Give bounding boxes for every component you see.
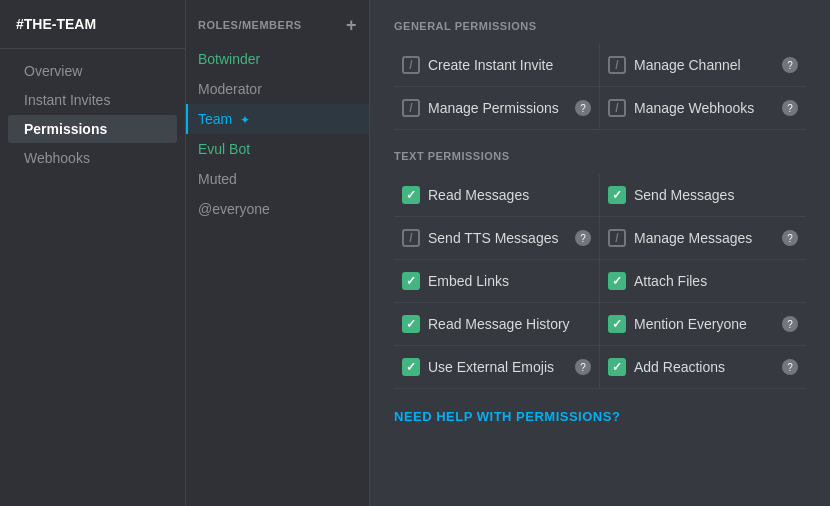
checkbox-manage-webhooks[interactable] <box>608 99 626 117</box>
perm-label-read-message-history: Read Message History <box>428 316 591 332</box>
perm-manage-messages: Manage Messages ? <box>600 217 806 260</box>
checkbox-manage-channel[interactable] <box>608 56 626 74</box>
perm-use-external-emojis: Use External Emojis ? <box>394 346 600 389</box>
help-icon-mention-everyone[interactable]: ? <box>782 316 798 332</box>
roles-header: ROLES/MEMBERS + <box>186 16 369 44</box>
role-item-everyone[interactable]: @everyone <box>186 194 369 224</box>
help-icon-send-tts-messages[interactable]: ? <box>575 230 591 246</box>
perm-label-create-instant-invite: Create Instant Invite <box>428 57 591 73</box>
perm-label-send-tts-messages: Send TTS Messages <box>428 230 569 246</box>
nav-item-instant-invites[interactable]: Instant Invites <box>8 86 177 114</box>
perm-send-messages: Send Messages <box>600 174 806 217</box>
role-item-botwinder[interactable]: Botwinder <box>186 44 369 74</box>
perm-label-mention-everyone: Mention Everyone <box>634 316 776 332</box>
text-permissions-grid: Read Messages Send Messages Send TTS Mes… <box>394 174 806 389</box>
server-name: #THE-TEAM <box>0 16 185 49</box>
checkbox-embed-links[interactable] <box>402 272 420 290</box>
perm-send-tts-messages: Send TTS Messages ? <box>394 217 600 260</box>
checkbox-send-messages[interactable] <box>608 186 626 204</box>
perm-label-embed-links: Embed Links <box>428 273 591 289</box>
perm-label-manage-messages: Manage Messages <box>634 230 776 246</box>
general-permissions-header: GENERAL PERMISSIONS <box>394 20 806 32</box>
help-icon-manage-permissions[interactable]: ? <box>575 100 591 116</box>
nav-item-webhooks[interactable]: Webhooks <box>8 144 177 172</box>
checkbox-read-message-history[interactable] <box>402 315 420 333</box>
checkbox-manage-messages[interactable] <box>608 229 626 247</box>
roles-sidebar: ROLES/MEMBERS + Botwinder Moderator Team… <box>185 0 370 506</box>
role-item-team[interactable]: Team ✦ <box>186 104 369 134</box>
checkbox-send-tts-messages[interactable] <box>402 229 420 247</box>
perm-read-message-history: Read Message History <box>394 303 600 346</box>
need-help-link[interactable]: NEED HELP WITH PERMISSIONS? <box>394 409 806 424</box>
perm-label-send-messages: Send Messages <box>634 187 798 203</box>
perm-attach-files: Attach Files <box>600 260 806 303</box>
help-icon-add-reactions[interactable]: ? <box>782 359 798 375</box>
help-icon-manage-webhooks[interactable]: ? <box>782 100 798 116</box>
left-sidebar: #THE-TEAM Overview Instant Invites Permi… <box>0 0 185 506</box>
perm-label-read-messages: Read Messages <box>428 187 591 203</box>
perm-label-manage-channel: Manage Channel <box>634 57 776 73</box>
checkbox-create-instant-invite[interactable] <box>402 56 420 74</box>
help-icon-use-external-emojis[interactable]: ? <box>575 359 591 375</box>
help-icon-manage-messages[interactable]: ? <box>782 230 798 246</box>
main-content: GENERAL PERMISSIONS Create Instant Invit… <box>370 0 830 506</box>
nav-item-permissions[interactable]: Permissions <box>8 115 177 143</box>
left-nav: Overview Instant Invites Permissions Web… <box>0 57 185 172</box>
perm-manage-channel: Manage Channel ? <box>600 44 806 87</box>
perm-embed-links: Embed Links <box>394 260 600 303</box>
checkbox-mention-everyone[interactable] <box>608 315 626 333</box>
checkbox-attach-files[interactable] <box>608 272 626 290</box>
checkbox-read-messages[interactable] <box>402 186 420 204</box>
perm-create-instant-invite: Create Instant Invite <box>394 44 600 87</box>
perm-manage-webhooks: Manage Webhooks ? <box>600 87 806 130</box>
checkbox-add-reactions[interactable] <box>608 358 626 376</box>
team-icon: ✦ <box>240 113 250 127</box>
checkbox-use-external-emojis[interactable] <box>402 358 420 376</box>
role-item-moderator[interactable]: Moderator <box>186 74 369 104</box>
perm-read-messages: Read Messages <box>394 174 600 217</box>
add-role-button[interactable]: + <box>346 16 357 34</box>
role-item-evul-bot[interactable]: Evul Bot <box>186 134 369 164</box>
perm-label-add-reactions: Add Reactions <box>634 359 776 375</box>
perm-label-use-external-emojis: Use External Emojis <box>428 359 569 375</box>
text-permissions-header: TEXT PERMISSIONS <box>394 150 806 162</box>
perm-manage-permissions: Manage Permissions ? <box>394 87 600 130</box>
perm-add-reactions: Add Reactions ? <box>600 346 806 389</box>
perm-label-manage-webhooks: Manage Webhooks <box>634 100 776 116</box>
checkbox-manage-permissions[interactable] <box>402 99 420 117</box>
perm-label-attach-files: Attach Files <box>634 273 798 289</box>
role-item-muted[interactable]: Muted <box>186 164 369 194</box>
roles-header-label: ROLES/MEMBERS <box>198 19 302 31</box>
perm-mention-everyone: Mention Everyone ? <box>600 303 806 346</box>
perm-label-manage-permissions: Manage Permissions <box>428 100 569 116</box>
nav-item-overview[interactable]: Overview <box>8 57 177 85</box>
general-permissions-grid: Create Instant Invite Manage Channel ? M… <box>394 44 806 130</box>
help-icon-manage-channel[interactable]: ? <box>782 57 798 73</box>
